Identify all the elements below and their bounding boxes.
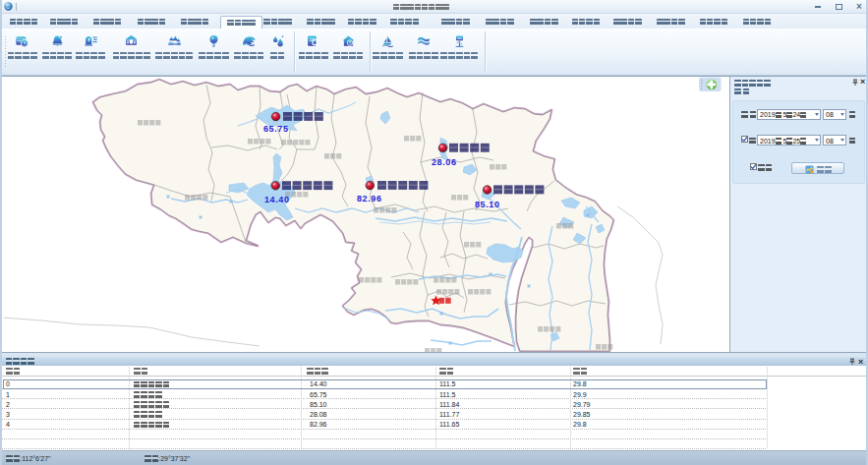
svg-text:85.10: 85.10 (475, 200, 500, 209)
svg-text:82.96: 82.96 (357, 194, 382, 203)
svg-text:28.06: 28.06 (432, 157, 457, 167)
svg-text:65.75: 65.75 (263, 124, 289, 134)
svg-text:14.40: 14.40 (264, 195, 290, 204)
